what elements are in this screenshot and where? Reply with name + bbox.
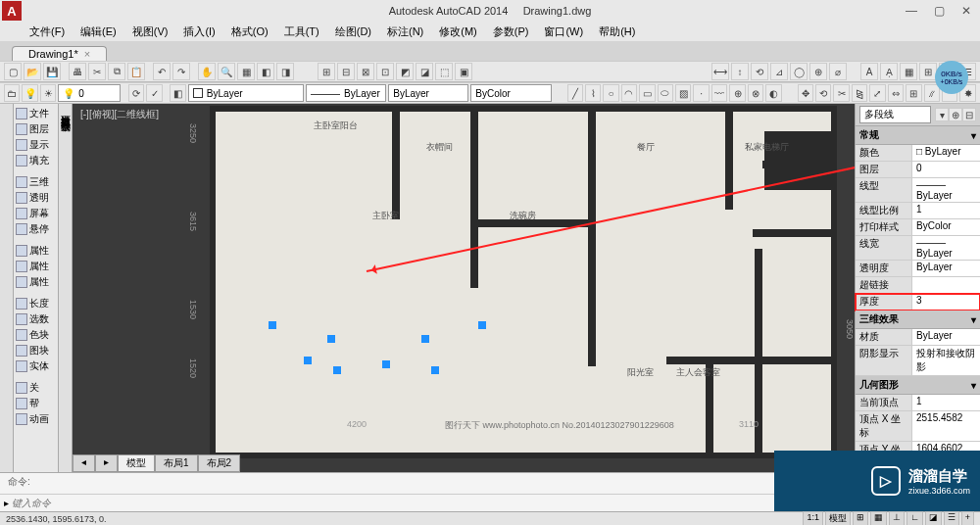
status-toggle[interactable]: ⊥ [889, 511, 905, 525]
layer-icon[interactable]: 💡 [22, 84, 37, 102]
tool-icon[interactable]: ◐ [765, 84, 781, 102]
property-value[interactable]: 1 [912, 395, 980, 410]
object-type-select[interactable]: 多段线 [859, 106, 931, 123]
arc-icon[interactable]: ◠ [621, 84, 637, 102]
prop-section-geometry[interactable]: 几何图形▾ [856, 376, 980, 395]
mirror-icon[interactable]: ⧎ [852, 84, 867, 102]
menu-item[interactable]: 参数(P) [487, 23, 535, 41]
tool-icon[interactable]: ◨ [276, 63, 294, 80]
tool-icon[interactable]: ⊗ [748, 84, 763, 102]
table-icon[interactable]: ▦ [900, 63, 917, 80]
status-toggle[interactable]: ▦ [870, 511, 887, 525]
left-panel-item[interactable]: 透明 [14, 190, 58, 206]
left-panel-item[interactable]: 屏幕 [14, 206, 58, 221]
property-row[interactable]: 线型比例1 [856, 203, 980, 219]
selection-grip[interactable] [327, 335, 335, 343]
dim-icon[interactable]: ↕ [731, 63, 749, 80]
ellipse-icon[interactable]: ⬭ [658, 84, 673, 102]
trim-icon[interactable]: ✂ [833, 84, 849, 102]
tool-icon[interactable]: ⬚ [435, 63, 453, 80]
line-icon[interactable]: ╱ [567, 84, 583, 102]
filter-icon[interactable]: ⊟ [962, 108, 976, 121]
redo-icon[interactable]: ↷ [172, 63, 190, 80]
left-panel-item[interactable]: 属性 [14, 259, 58, 274]
plotstyle-combo[interactable]: ByColor [470, 84, 551, 102]
left-panel-item[interactable]: 色块 [14, 327, 58, 343]
left-panel-item[interactable]: 实体 [14, 358, 58, 374]
undo-icon[interactable]: ↶ [153, 63, 171, 80]
cut-icon[interactable]: ✂ [88, 63, 106, 80]
property-row[interactable]: 材质ByLayer [856, 329, 980, 346]
lineweight-combo[interactable]: ByLayer [388, 84, 468, 102]
prop-section-general[interactable]: 常规▾ [856, 126, 980, 145]
left-panel-item[interactable]: 文件 [14, 106, 58, 121]
left-panel-item[interactable]: 长度 [14, 296, 58, 311]
property-row[interactable]: 颜色□ ByLayer [856, 145, 980, 162]
property-row[interactable]: 打印样式ByColor [856, 219, 980, 236]
polyline-icon[interactable]: ⌇ [585, 84, 601, 102]
text-icon[interactable]: Ạ [880, 63, 898, 80]
scale-icon[interactable]: ⤢ [869, 84, 885, 102]
selection-grip[interactable] [304, 357, 312, 364]
property-value[interactable] [912, 277, 980, 293]
open-icon[interactable]: 📂 [24, 63, 41, 80]
pan-icon[interactable]: ✋ [198, 63, 216, 80]
status-toggle[interactable]: ◪ [925, 511, 942, 525]
property-row[interactable]: 线宽——— ByLayer [856, 236, 980, 261]
left-panel-item[interactable]: 图块 [14, 343, 58, 358]
selection-grip[interactable] [333, 366, 341, 374]
minimize-button[interactable]: — [898, 1, 925, 21]
prop-section-3d[interactable]: 三维效果▾ [856, 310, 980, 329]
dim-icon[interactable]: ◯ [790, 63, 808, 80]
tab-model[interactable]: 模型 [118, 454, 155, 472]
text-icon[interactable]: A [860, 63, 878, 80]
selection-grip[interactable] [431, 366, 439, 374]
rect-icon[interactable]: ▭ [639, 84, 655, 102]
property-value[interactable]: ——— ByLayer [912, 236, 980, 260]
dim-icon[interactable]: ⊿ [770, 63, 788, 80]
menu-item[interactable]: 插入(I) [177, 23, 220, 41]
tool-icon[interactable]: ⊞ [318, 63, 335, 80]
menu-item[interactable]: 绘图(D) [329, 23, 377, 41]
color-icon[interactable]: ◧ [170, 84, 185, 102]
arrow-right-icon[interactable]: ▸ [95, 454, 118, 472]
tool-icon[interactable]: ⊠ [357, 63, 374, 80]
circle-icon[interactable]: ○ [603, 84, 618, 102]
left-panel-item[interactable]: 显示 [14, 137, 58, 153]
property-row[interactable]: 阴影显示投射和接收阴影 [856, 346, 980, 376]
property-row[interactable]: 顶点 X 坐标2515.4582 [856, 411, 980, 442]
tool-icon[interactable]: ⊡ [376, 63, 394, 80]
rotate-icon[interactable]: ⟲ [815, 84, 831, 102]
arrow-left-icon[interactable]: ◂ [73, 454, 95, 472]
save-icon[interactable]: 💾 [43, 63, 61, 80]
status-toggle[interactable]: 模型 [825, 511, 851, 525]
tab-layout2[interactable]: 布局2 [198, 454, 241, 472]
stretch-icon[interactable]: ⇔ [888, 84, 904, 102]
left-panel-item[interactable]: 帮 [14, 396, 58, 411]
selection-grip[interactable] [421, 335, 429, 343]
status-toggle[interactable]: ∟ [906, 511, 923, 525]
menu-item[interactable]: 窗口(W) [538, 23, 589, 41]
property-value[interactable]: 投射和接收阴影 [912, 346, 980, 375]
selection-grip[interactable] [382, 360, 390, 368]
status-toggle[interactable]: + [961, 511, 974, 525]
property-row[interactable]: 厚度3 [856, 294, 980, 310]
left-panel-item[interactable]: 悬停 [14, 221, 58, 237]
tool-icon[interactable]: ◩ [396, 63, 414, 80]
color-combo[interactable]: ByLayer [188, 84, 304, 102]
left-panel-item[interactable]: 填充 [14, 153, 58, 168]
property-value[interactable]: 0 [912, 162, 980, 177]
select-icon[interactable]: ▾ [935, 108, 949, 121]
status-toggle[interactable]: ⊞ [853, 511, 868, 525]
left-panel-item[interactable]: 属性 [14, 243, 58, 259]
layer-icon[interactable]: ☀ [40, 84, 56, 102]
left-panel-item[interactable]: 图层 [14, 121, 58, 137]
left-panel-item[interactable]: 关 [14, 380, 58, 396]
spline-icon[interactable]: 〰 [711, 84, 727, 102]
zoom-icon[interactable]: 🔍 [218, 63, 235, 80]
property-row[interactable]: 透明度ByLayer [856, 261, 980, 277]
left-panel-item[interactable]: 三维 [14, 174, 58, 190]
array-icon[interactable]: ⊞ [906, 84, 921, 102]
paste-icon[interactable]: 📋 [127, 63, 145, 80]
left-panel-item[interactable]: 动画 [14, 411, 58, 427]
